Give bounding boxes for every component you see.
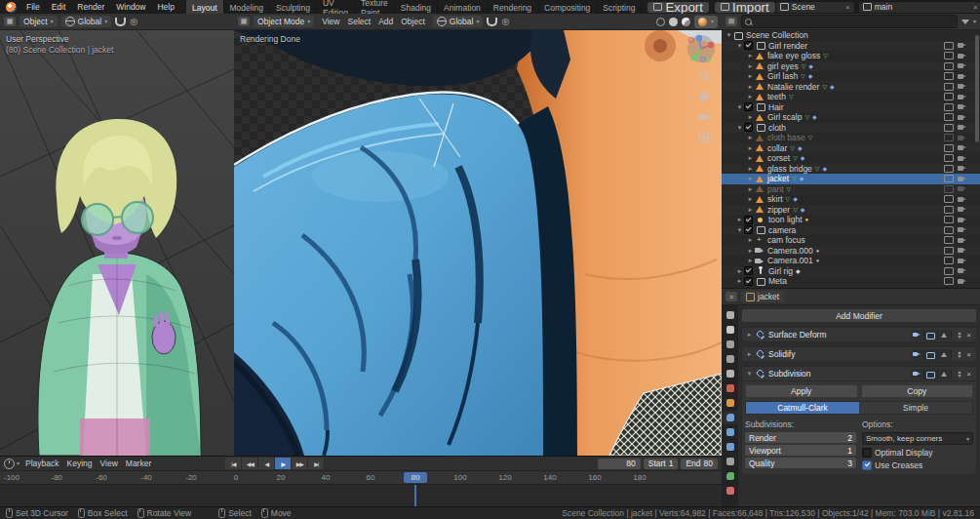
shading-material-icon[interactable] bbox=[682, 18, 690, 26]
move-view-hand-icon[interactable] bbox=[698, 91, 710, 102]
expand-icon[interactable]: ▸ bbox=[746, 165, 755, 173]
timeline-menu-view[interactable]: View bbox=[97, 459, 122, 468]
disable-in-viewports-icon[interactable] bbox=[944, 165, 954, 173]
workspace-tab-animation[interactable]: Animation bbox=[438, 0, 488, 14]
expand-icon[interactable]: ▸ bbox=[745, 331, 754, 339]
navigation-gizmo[interactable] bbox=[686, 34, 716, 63]
quality-field[interactable]: Quality 3 bbox=[745, 458, 856, 468]
menu-help[interactable]: Help bbox=[151, 2, 179, 12]
outliner-row-meta[interactable]: ▸Meta bbox=[722, 276, 980, 287]
blender-logo-icon[interactable] bbox=[6, 2, 17, 13]
disable-in-viewports-icon[interactable] bbox=[944, 236, 954, 244]
collapse-icon[interactable]: ▾ bbox=[735, 124, 744, 132]
outliner-row-camera-001[interactable]: ▸Camera.001● bbox=[722, 256, 980, 266]
disable-in-renders-icon[interactable] bbox=[958, 83, 966, 90]
collapse-icon[interactable]: ▾ bbox=[735, 42, 744, 50]
expand-icon[interactable]: ▸ bbox=[746, 62, 755, 70]
expand-icon[interactable]: ▸ bbox=[746, 72, 755, 80]
render-visibility-toggle[interactable] bbox=[911, 349, 924, 360]
transform-orientation-dropdown[interactable]: Global ▾ bbox=[61, 16, 112, 27]
camera-view-icon[interactable] bbox=[698, 111, 710, 123]
collection-checkbox[interactable] bbox=[744, 41, 753, 50]
disable-in-renders-icon[interactable] bbox=[958, 278, 966, 285]
outliner-row-cloth[interactable]: ▾cloth bbox=[722, 123, 980, 134]
disable-in-renders-icon[interactable] bbox=[958, 185, 966, 192]
edit-mode-toggle[interactable] bbox=[938, 349, 952, 360]
expand-icon[interactable]: ▸ bbox=[746, 52, 755, 60]
disable-in-renders-icon[interactable] bbox=[958, 53, 966, 60]
outliner-row-girl-eyes[interactable]: ▸girl eyes▽◆ bbox=[722, 61, 980, 72]
disable-in-renders-icon[interactable] bbox=[958, 42, 966, 49]
disable-in-viewports-icon[interactable] bbox=[944, 226, 954, 234]
properties-tab-object[interactable] bbox=[722, 396, 738, 410]
outliner-row-teeth[interactable]: ▸teeth▽ bbox=[722, 92, 980, 102]
outliner-row-scene-collection[interactable]: ▾Scene Collection bbox=[722, 30, 980, 41]
disable-in-renders-icon[interactable] bbox=[958, 258, 966, 264]
move-down-icon[interactable]: ▼ bbox=[957, 354, 961, 358]
outliner-row-camera[interactable]: ▾camera bbox=[722, 225, 980, 236]
collapse-icon[interactable]: ▾ bbox=[745, 370, 754, 378]
disable-in-viewports-icon[interactable] bbox=[944, 185, 954, 193]
disable-in-viewports-icon[interactable] bbox=[944, 277, 954, 285]
remove-modifier-icon[interactable]: × bbox=[964, 331, 973, 339]
editor-type-timeline-icon[interactable] bbox=[4, 459, 15, 469]
collection-checkbox[interactable] bbox=[744, 225, 753, 234]
menu-file[interactable]: File bbox=[20, 2, 46, 12]
workspace-tab-rendering[interactable]: Rendering bbox=[488, 0, 538, 14]
optimal-display-checkbox[interactable]: Optimal Display bbox=[862, 447, 973, 458]
collection-checkbox[interactable] bbox=[744, 123, 753, 132]
unlink-scene-icon[interactable]: × bbox=[843, 3, 850, 12]
workspace-tab-layout[interactable]: Layout bbox=[186, 0, 224, 14]
outliner-scrollbar[interactable] bbox=[975, 35, 979, 142]
disable-in-renders-icon[interactable] bbox=[958, 267, 966, 274]
workspace-tab-texture-paint[interactable]: Texture Paint bbox=[355, 0, 395, 14]
chevron-down-icon[interactable]: ▾ bbox=[973, 19, 976, 24]
viewport-menu-object[interactable]: Object bbox=[397, 17, 429, 26]
expand-icon[interactable]: ▸ bbox=[746, 154, 755, 162]
properties-tab-output[interactable] bbox=[722, 338, 738, 351]
disable-in-renders-icon[interactable] bbox=[958, 73, 966, 80]
outliner-row-cloth-base[interactable]: ▸cloth base▽ bbox=[722, 133, 980, 143]
properties-tab-particles[interactable] bbox=[722, 425, 738, 439]
disable-in-viewports-icon[interactable] bbox=[944, 144, 954, 152]
outliner-row-glass-bridge[interactable]: ▸glass bridge▽◆ bbox=[722, 164, 980, 175]
disable-in-renders-icon[interactable] bbox=[958, 176, 966, 182]
shading-rendered-active[interactable]: ▾ bbox=[694, 16, 718, 28]
expand-icon[interactable]: ▸ bbox=[746, 206, 755, 214]
disable-in-viewports-icon[interactable] bbox=[944, 103, 954, 111]
expand-icon[interactable]: ▸ bbox=[746, 144, 755, 152]
timeline-menu-playback[interactable]: Playback bbox=[21, 459, 63, 468]
viewport-visibility-toggle[interactable] bbox=[924, 369, 938, 379]
editor-type-3d-viewport-icon[interactable]: ▦ bbox=[238, 17, 250, 26]
expand-icon[interactable]: ▸ bbox=[746, 175, 755, 182]
properties-tab-tool[interactable] bbox=[722, 308, 738, 322]
jump-to-start-button[interactable]: |◀ bbox=[225, 458, 242, 469]
collection-checkbox[interactable] bbox=[744, 266, 753, 275]
disable-in-viewports-icon[interactable] bbox=[944, 62, 954, 70]
remove-modifier-icon[interactable]: × bbox=[964, 370, 973, 379]
disable-in-renders-icon[interactable] bbox=[958, 226, 966, 233]
disable-in-viewports-icon[interactable] bbox=[944, 72, 954, 80]
remove-modifier-icon[interactable]: × bbox=[964, 350, 973, 359]
outliner-row-skirt[interactable]: ▸skirt▽◆ bbox=[722, 194, 980, 205]
expand-icon[interactable]: ▸ bbox=[746, 93, 755, 100]
collapse-icon[interactable]: ▾ bbox=[725, 31, 733, 39]
expand-icon[interactable]: ▸ bbox=[746, 195, 755, 203]
expand-icon[interactable]: ▸ bbox=[746, 113, 755, 121]
disable-in-viewports-icon[interactable] bbox=[944, 124, 954, 132]
properties-breadcrumb[interactable]: jacket bbox=[741, 291, 784, 302]
workspace-tab-uv-editing[interactable]: UV Editing bbox=[317, 0, 355, 14]
expand-icon[interactable]: ▸ bbox=[735, 267, 744, 275]
properties-tab-scene[interactable] bbox=[722, 367, 738, 380]
properties-tab-material[interactable] bbox=[722, 484, 738, 498]
disable-in-viewports-icon[interactable] bbox=[944, 134, 954, 141]
disable-in-viewports-icon[interactable] bbox=[944, 216, 954, 223]
current-frame-field[interactable]: 80 bbox=[598, 459, 641, 469]
disable-in-viewports-icon[interactable] bbox=[944, 175, 954, 182]
workspace-tab-sculpting[interactable]: Sculpting bbox=[270, 0, 317, 14]
disable-in-viewports-icon[interactable] bbox=[944, 195, 954, 203]
workspace-tab-compositing[interactable]: Compositing bbox=[538, 0, 597, 14]
properties-tab-physics[interactable] bbox=[722, 440, 738, 454]
apply-button[interactable]: Apply bbox=[745, 384, 858, 398]
outliner-search-input[interactable] bbox=[741, 15, 958, 28]
